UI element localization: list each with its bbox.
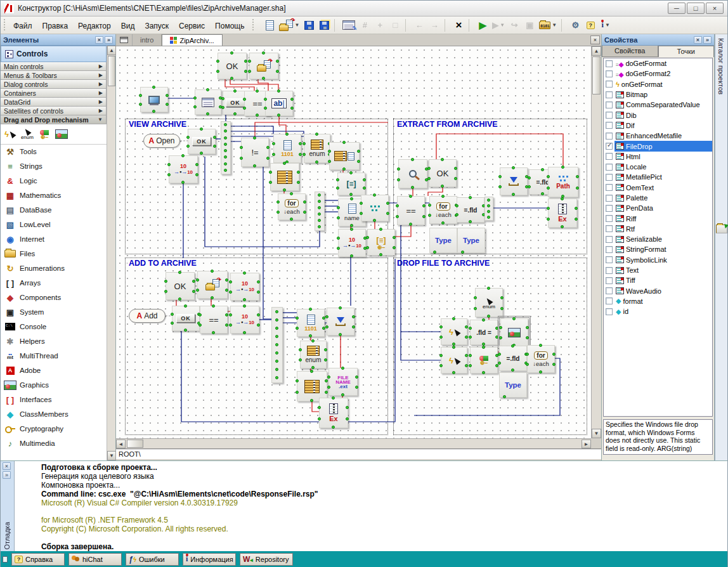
checkbox[interactable] bbox=[606, 153, 613, 160]
checkbox[interactable] bbox=[606, 246, 613, 253]
sidebar-group-cryptography[interactable]: Cryptography bbox=[1, 422, 107, 436]
connection-point[interactable] bbox=[318, 417, 321, 420]
connection-point[interactable] bbox=[224, 162, 227, 166]
connection-point[interactable] bbox=[411, 186, 414, 189]
delete-button[interactable]: × bbox=[451, 18, 466, 33]
hscroll-thumb[interactable] bbox=[127, 440, 143, 448]
node-aadd[interactable]: AAdd bbox=[129, 309, 166, 323]
property-row-pendata[interactable]: PenData bbox=[604, 203, 712, 213]
connection-point[interactable] bbox=[397, 167, 400, 171]
form-editor-button[interactable]: ✎ bbox=[341, 18, 357, 33]
connection-point[interactable] bbox=[561, 197, 564, 200]
property-row-stringformat[interactable]: StringFormat bbox=[604, 244, 712, 254]
connection-point[interactable] bbox=[487, 315, 490, 318]
connection-point[interactable] bbox=[439, 325, 443, 329]
palette-dataobject-element[interactable]: ⊕– bbox=[40, 130, 49, 139]
connection-point[interactable] bbox=[229, 323, 232, 327]
connection-point[interactable] bbox=[427, 177, 431, 180]
connection-point[interactable] bbox=[262, 77, 265, 80]
connection-point[interactable] bbox=[324, 348, 327, 351]
property-row-symboliclink[interactable]: SymbolicLink bbox=[604, 255, 712, 265]
dropdown-icon[interactable]: ▼ bbox=[294, 22, 299, 28]
connection-point[interactable] bbox=[360, 202, 363, 205]
connection-point[interactable] bbox=[272, 153, 275, 156]
checkbox[interactable] bbox=[606, 225, 613, 232]
connection-point[interactable] bbox=[310, 370, 313, 373]
dropdown-icon[interactable]: ▼ bbox=[605, 22, 610, 28]
connection-point[interactable] bbox=[328, 160, 331, 163]
connection-point[interactable] bbox=[311, 366, 315, 369]
connection-point[interactable] bbox=[396, 204, 399, 207]
connection-point[interactable] bbox=[575, 218, 578, 221]
menu-editor[interactable]: Редактор bbox=[73, 19, 116, 33]
tab-intro[interactable]: intro bbox=[133, 34, 162, 46]
connection-point[interactable] bbox=[211, 296, 214, 299]
scheme-breadcrumb-bar[interactable]: ROOT\ bbox=[116, 448, 601, 459]
connection-point[interactable] bbox=[299, 142, 302, 145]
connection-point[interactable] bbox=[327, 386, 330, 389]
connection-point[interactable] bbox=[233, 89, 237, 93]
connection-point[interactable] bbox=[575, 207, 578, 210]
connection-point[interactable] bbox=[360, 212, 363, 215]
scroll-up-icon[interactable]: ▲ bbox=[107, 46, 116, 55]
connection-point[interactable] bbox=[275, 360, 278, 363]
connection-point[interactable] bbox=[167, 163, 171, 166]
category-drag-and-drop[interactable]: Drag and Drop mechanism▼ bbox=[1, 115, 107, 124]
connection-point[interactable] bbox=[275, 335, 278, 338]
property-row-ongetformat[interactable]: ϟonGetFormat bbox=[604, 79, 712, 89]
sidebar-group-arrays[interactable]: [ ]Arrays bbox=[1, 276, 107, 290]
toolbar-grip[interactable] bbox=[251, 19, 255, 32]
connection-point[interactable] bbox=[186, 136, 190, 139]
dropdown-icon[interactable]: ▼ bbox=[552, 22, 557, 28]
connection-point[interactable] bbox=[327, 375, 330, 379]
connection-point[interactable] bbox=[266, 157, 270, 160]
connection-point[interactable] bbox=[299, 358, 302, 362]
step-button[interactable]: ↪ bbox=[507, 18, 522, 33]
property-row-riff[interactable]: Riff bbox=[604, 213, 712, 223]
connection-point[interactable] bbox=[511, 368, 514, 372]
connection-point[interactable] bbox=[297, 171, 300, 174]
checkbox[interactable] bbox=[606, 122, 613, 129]
node-mag1[interactable] bbox=[398, 159, 427, 188]
connection-point[interactable] bbox=[310, 399, 313, 402]
checkbox[interactable] bbox=[606, 277, 613, 284]
connection-point[interactable] bbox=[139, 103, 142, 106]
connection-point[interactable] bbox=[198, 323, 202, 327]
menu-edit[interactable]: Правка bbox=[37, 19, 74, 33]
connection-point[interactable] bbox=[276, 200, 280, 204]
node-enumzip2[interactable]: enum bbox=[300, 341, 327, 368]
scroll-right-icon[interactable]: ► bbox=[582, 440, 591, 448]
connection-point[interactable] bbox=[499, 336, 502, 339]
connection-point[interactable] bbox=[269, 181, 272, 184]
status-tab-hichat[interactable]: hiChat bbox=[68, 553, 122, 566]
category-main-controls[interactable]: Main controls▶ bbox=[1, 62, 107, 71]
connection-point[interactable] bbox=[341, 367, 344, 370]
connection-point[interactable] bbox=[487, 216, 490, 219]
menu-service[interactable]: Сервис bbox=[174, 19, 210, 33]
connection-point[interactable] bbox=[318, 212, 321, 216]
scheme-selector-button[interactable] bbox=[116, 34, 133, 46]
connection-point[interactable] bbox=[528, 176, 531, 179]
controls-group-header[interactable]: Controls bbox=[1, 46, 107, 62]
bounds-button[interactable]: □ bbox=[387, 18, 403, 33]
connection-point[interactable] bbox=[439, 354, 443, 357]
menu-view[interactable]: Вид bbox=[116, 19, 140, 33]
property-row-filedrop[interactable]: FileDrop bbox=[604, 141, 712, 151]
connection-point[interactable] bbox=[339, 333, 342, 336]
connection-point[interactable] bbox=[428, 204, 431, 207]
connection-point[interactable] bbox=[357, 150, 360, 153]
connection-point[interactable] bbox=[225, 313, 228, 316]
connection-point[interactable] bbox=[266, 146, 270, 149]
connection-point[interactable] bbox=[186, 145, 190, 148]
sidebar-group-graphics[interactable]: Graphics bbox=[1, 378, 107, 393]
connection-point[interactable] bbox=[285, 133, 289, 136]
connection-point[interactable] bbox=[482, 318, 485, 322]
palette-image-element[interactable] bbox=[55, 129, 68, 139]
node-aopen[interactable]: AOpen bbox=[143, 134, 180, 148]
connection-point[interactable] bbox=[299, 348, 302, 351]
connection-point[interactable] bbox=[311, 339, 315, 342]
connection-point[interactable] bbox=[253, 136, 256, 140]
connection-point[interactable] bbox=[318, 200, 321, 203]
connection-point[interactable] bbox=[469, 364, 472, 367]
connection-point[interactable] bbox=[206, 112, 209, 115]
